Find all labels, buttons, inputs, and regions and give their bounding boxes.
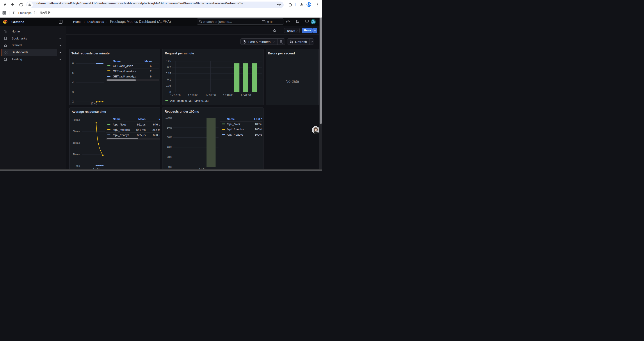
svg-text:?: ? [287, 21, 288, 23]
